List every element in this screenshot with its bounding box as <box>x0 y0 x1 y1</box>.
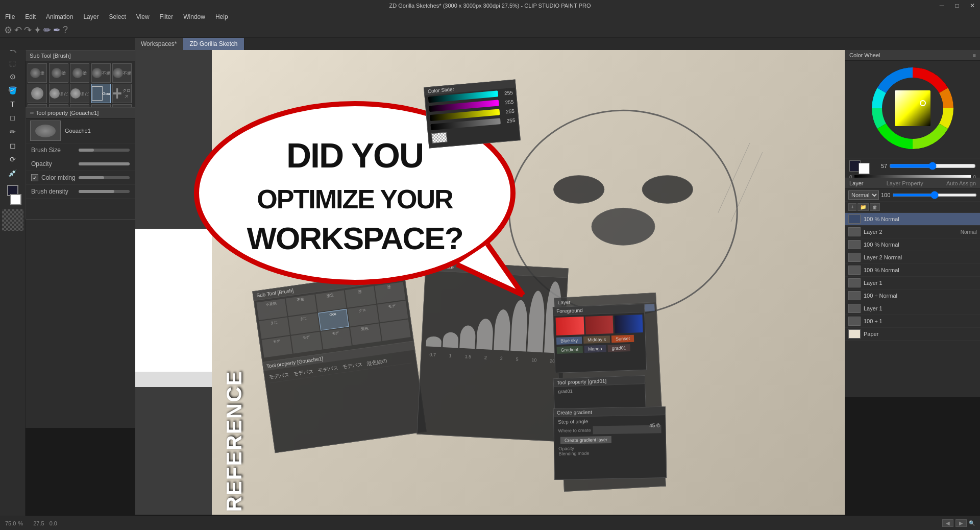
layer-item-9[interactable]: 100 ÷ 1 <box>845 315 980 328</box>
brush-size-label: Brush Size <box>31 147 79 154</box>
menu-edit[interactable]: Edit <box>20 11 41 22</box>
status-bar: 75.0 % 27.5 0.0 ◀ ▶ 🔍 <box>0 516 980 530</box>
brush-cell-2[interactable]: 塗 <box>49 63 68 83</box>
layer-item-6[interactable]: Layer 1 <box>845 277 980 290</box>
toolbar-icon-1[interactable]: ⚙ <box>4 25 12 36</box>
auto-assign-tab[interactable]: Auto Assign <box>946 180 976 186</box>
brush-size-slider[interactable] <box>79 149 130 152</box>
brush-name-label: Gouache1 <box>65 128 91 134</box>
menu-view[interactable]: View <box>131 11 155 22</box>
svg-rect-16 <box>895 90 930 126</box>
color-wheel-menu[interactable]: ≡ <box>973 52 976 58</box>
toolprop-header: ✏ Tool property [Gouache1] <box>26 108 135 118</box>
brush-cell-4[interactable]: 不規 <box>91 63 111 83</box>
layer-item-2[interactable]: Layer 2 Normal <box>845 226 980 238</box>
toolbar-icon-6[interactable]: ✒ <box>53 25 61 36</box>
black-value: 255 <box>502 117 516 124</box>
menu-window[interactable]: Window <box>178 11 210 22</box>
svg-text:WORKSPACE?: WORKSPACE? <box>247 221 462 256</box>
brush-cell-5[interactable]: 不規 <box>112 63 132 83</box>
toolprop-title: Tool property [Gouache1] <box>36 110 99 116</box>
tool-select[interactable]: ⬚ <box>6 56 19 69</box>
fg-swatch-1[interactable] <box>556 317 584 335</box>
close-button[interactable]: ✕ <box>965 0 980 11</box>
menu-layer[interactable]: Layer <box>78 11 104 22</box>
layer-opacity-slider[interactable] <box>892 194 977 197</box>
status-prev-button[interactable]: ◀ <box>942 519 953 527</box>
brush-cell-7[interactable]: まだ <box>49 84 68 103</box>
folder-button[interactable]: 📁 <box>857 203 869 211</box>
blend-mode-select[interactable]: Normal <box>848 190 879 200</box>
tool-pen[interactable]: ✏ <box>6 125 19 138</box>
delete-layer-button[interactable]: 🗑 <box>870 203 880 211</box>
color-wheel-header: Color Wheel ≡ <box>845 50 980 61</box>
tab-active-sketch[interactable]: ZD Gorilla Sketch <box>183 38 244 50</box>
toolbar-icon-7[interactable]: ? <box>63 25 68 35</box>
brush-density-slider[interactable] <box>79 190 130 193</box>
color-mixing-checkbox[interactable]: ✓ <box>31 174 38 181</box>
left-tool-panel: 🖌 ✥ 🔍 ⬚ ⊙ 🪣 T □ ✏ ◻ ⟳ 💉 <box>0 11 26 530</box>
tool-eraser[interactable]: ◻ <box>6 139 19 152</box>
tool-fill[interactable]: 🪣 <box>6 84 19 97</box>
toolbar-icon-4[interactable]: ✦ <box>34 25 41 36</box>
toolbar-icon-5[interactable]: ✏ <box>43 25 51 36</box>
main-toolbar: ⚙ ↶ ↷ ✦ ✏ ✒ ? <box>0 22 980 38</box>
brush-cell-gouache[interactable]: Gou <box>91 84 111 103</box>
bg-color-swatch[interactable] <box>859 163 870 174</box>
brush-density-row: Brush density <box>26 185 135 199</box>
minimize-button[interactable]: ─ <box>934 0 949 11</box>
layer-item-5[interactable]: 100 % Normal <box>845 264 980 277</box>
color-slider-scattered-panel: Color Slider 255 255 255 255 <box>424 79 521 148</box>
brush-cell-8[interactable]: まだ <box>70 84 89 103</box>
svg-line-7 <box>731 152 763 222</box>
gradient-create-panel: Create gradient Step of angle Where to c… <box>553 406 667 480</box>
color-wheel-panel: Color Wheel ≡ <box>845 50 980 178</box>
menu-animation[interactable]: Animation <box>41 11 78 22</box>
layer-item-paper[interactable]: Paper <box>845 328 980 341</box>
opacity-row: Opacity <box>26 157 135 171</box>
tool-text[interactable]: T <box>6 98 19 111</box>
new-layer-button[interactable]: + <box>848 203 856 211</box>
color-wheel-widget[interactable] <box>869 65 956 154</box>
layer-tab[interactable]: Layer <box>849 180 864 186</box>
hue-slider[interactable] <box>889 164 976 168</box>
brush-cell-cross[interactable]: クロス <box>112 84 132 103</box>
tool-shape[interactable]: □ <box>6 111 19 125</box>
tool-eyedrop[interactable]: 💉 <box>6 166 19 180</box>
yellow-value: 255 <box>501 108 514 114</box>
menu-select[interactable]: Select <box>104 11 131 22</box>
tab-workspaces[interactable]: Workspaces* <box>135 38 183 50</box>
status-next-button[interactable]: ▶ <box>955 519 967 527</box>
coord-x: 27.5 <box>33 520 44 526</box>
brush-cell-3[interactable]: 塗 <box>70 63 89 83</box>
layer-item-1[interactable]: 100 % Normal <box>845 213 980 226</box>
opacity-slider[interactable] <box>79 162 130 165</box>
color-wheel-title: Color Wheel <box>849 52 880 58</box>
fg-swatch-3[interactable] <box>615 315 643 333</box>
brush-preview <box>30 121 61 141</box>
layer-item-4[interactable]: Layer 2 Normal <box>845 251 980 264</box>
svg-text:DID YOU: DID YOU <box>286 136 423 175</box>
menu-file[interactable]: File <box>0 11 20 22</box>
layer-item-8[interactable]: Layer 1 <box>845 302 980 315</box>
canvas-area: REFERENCE DID YOU OPTIMIZE YOUR WORKSPAC… <box>135 50 845 515</box>
magenta-value: 255 <box>501 99 514 105</box>
layer-prop-tab[interactable]: Layer Property <box>887 180 923 186</box>
color-mixing-slider[interactable] <box>79 176 130 179</box>
menu-filter[interactable]: Filter <box>155 11 179 22</box>
layer-item-7[interactable]: 100 ÷ Normal <box>845 290 980 302</box>
tool-blend[interactable]: ⟳ <box>6 153 19 166</box>
background-color[interactable] <box>10 194 21 205</box>
layer-buttons: + 📁 🗑 <box>845 202 980 213</box>
tool-lasso[interactable]: ⊙ <box>6 70 19 83</box>
transparency-swatch[interactable] <box>2 209 23 231</box>
toolbar-icon-2[interactable]: ↶ <box>14 25 22 36</box>
menu-help[interactable]: Help <box>210 11 233 22</box>
layer-item-3[interactable]: 100 % Normal <box>845 238 980 251</box>
toolbar-icon-3[interactable]: ↷ <box>24 25 32 36</box>
hue-value: 57 <box>881 163 887 169</box>
brush-cell-6[interactable] <box>28 84 47 103</box>
maximize-button[interactable]: □ <box>949 0 965 11</box>
brush-cell-1[interactable]: 塗 <box>28 63 47 83</box>
fg-swatch-2[interactable] <box>585 316 614 334</box>
